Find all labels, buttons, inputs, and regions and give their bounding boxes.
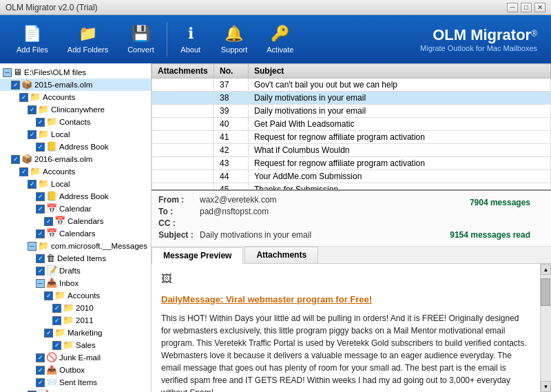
activate-button[interactable]: 🔑 Activate (257, 21, 303, 58)
tree-item[interactable]: ✓📅Calendars (0, 227, 151, 240)
tree-item[interactable]: ✓📁Marketing (0, 327, 151, 339)
tree-folder-icon: 📥 (46, 278, 57, 289)
tree-checkbox[interactable]: ─ (28, 242, 37, 251)
subject-value: Daily motivations in your email (200, 230, 450, 240)
tree-folder-icon: 📁 (46, 116, 57, 127)
tree-checkbox[interactable]: ✓ (36, 118, 45, 127)
convert-icon: 💾 (132, 25, 150, 43)
table-row[interactable]: 43Request for regnow affiliate program a… (152, 157, 551, 170)
table-row[interactable]: 40Get Paid With Leadsomatic (152, 118, 551, 131)
tree-checkbox[interactable]: ✓ (19, 93, 28, 102)
tree-item[interactable]: ─🖥E:\Files\OLM files (0, 66, 151, 79)
tree-item[interactable]: ✓📁Clinicanywhere (0, 103, 151, 116)
table-row[interactable]: 44Your AddMe.com Submission (152, 170, 551, 183)
title-bar-controls[interactable]: ─ □ ✕ (507, 3, 545, 12)
tree-item[interactable]: ✓📁Local (0, 128, 151, 141)
tree-item[interactable]: ✓📝Drafts (0, 265, 151, 277)
maximize-button[interactable]: □ (521, 3, 532, 12)
tree-checkbox[interactable]: ✓ (36, 254, 45, 263)
support-button[interactable]: 🔔 Support (211, 21, 258, 58)
tree-panel[interactable]: ─🖥E:\Files\OLM files✓📦2015-emails.olm✓📁A… (0, 63, 152, 392)
tree-checkbox[interactable]: ✓ (19, 167, 28, 176)
tree-item[interactable]: ✓📦2016-emails.olm (0, 153, 151, 165)
tree-checkbox[interactable]: ✓ (28, 105, 37, 114)
about-button[interactable]: ℹ About (170, 21, 211, 58)
tree-item[interactable]: ✓📝Notes (0, 389, 151, 392)
tree-item-label: Outbox (59, 364, 85, 375)
tree-item[interactable]: ✓📁Contacts (0, 116, 151, 128)
tree-folder-icon: 📅 (46, 228, 57, 239)
table-row[interactable]: 38Daily motivations in your email (152, 92, 551, 105)
subject-label: Subject : (158, 230, 200, 240)
tree-checkbox[interactable]: ✓ (36, 192, 45, 201)
scroll-thumb[interactable] (541, 278, 550, 306)
tab-message-preview[interactable]: Message Preview (152, 247, 243, 264)
email-list[interactable]: Attachments No. Subject 37Gov't can't ba… (152, 63, 551, 191)
tree-checkbox[interactable]: ✓ (36, 378, 45, 387)
tree-item[interactable]: ✓📅Calendar (0, 203, 151, 215)
email-tabs[interactable]: Message Preview Attachments (152, 247, 551, 264)
tree-item[interactable]: ✓📅Calendars (0, 215, 151, 227)
close-button[interactable]: ✕ (534, 3, 545, 12)
tree-checkbox[interactable]: ✓ (44, 329, 53, 338)
tree-item[interactable]: ✓📒Address Book (0, 141, 151, 153)
cell-attachments (152, 183, 214, 192)
email-body[interactable]: 🖼DailyMessage: Viral webmaster program f… (152, 264, 540, 392)
tree-checkbox[interactable]: ✓ (11, 81, 20, 90)
tree-item[interactable]: ─📥Inbox (0, 277, 151, 289)
tree-checkbox[interactable]: ✓ (36, 143, 45, 152)
tree-item[interactable]: ✓📁Sales (0, 339, 151, 351)
tree-checkbox[interactable]: ✓ (36, 205, 45, 214)
tree-checkbox[interactable]: ✓ (36, 267, 45, 276)
tree-item[interactable]: ✓📁Local (0, 178, 151, 190)
convert-button[interactable]: 💾 Convert (118, 21, 164, 58)
tree-checkbox[interactable]: ✓ (52, 316, 61, 325)
tree-checkbox[interactable]: ✓ (44, 217, 53, 226)
tree-item[interactable]: ✓📦2015-emails.olm (0, 79, 151, 91)
tree-folder-icon: 📝 (38, 389, 49, 392)
tree-checkbox[interactable]: ✓ (36, 366, 45, 375)
tree-checkbox[interactable]: ✓ (28, 180, 37, 189)
tree-checkbox[interactable]: ✓ (36, 353, 45, 362)
tree-checkbox[interactable]: ─ (36, 279, 45, 288)
table-row[interactable]: 41Request for regnow affiliate program a… (152, 131, 551, 144)
scroll-track[interactable] (541, 275, 551, 381)
tab-attachments[interactable]: Attachments (245, 247, 318, 263)
body-link[interactable]: DailyMessage: Viral webmaster program fo… (161, 293, 530, 307)
tree-checkbox[interactable]: ✓ (52, 341, 61, 350)
tree-item[interactable]: ✓📁Accounts (0, 165, 151, 178)
minimize-button[interactable]: ─ (507, 3, 518, 12)
tree-item[interactable]: ✓🚫Junk E-mail (0, 351, 151, 364)
tree-folder-icon: 📁 (54, 290, 65, 301)
table-row[interactable]: 39Daily motivations in your email (152, 105, 551, 118)
body-icon: 🖼 (161, 271, 530, 287)
table-row[interactable]: 45Thanks for Submission (152, 183, 551, 192)
right-scrollbar[interactable]: ▲ ▼ (540, 264, 551, 392)
tree-checkbox[interactable]: ✓ (11, 155, 20, 164)
scroll-down-button[interactable]: ▼ (541, 381, 551, 392)
table-row[interactable]: 37Gov't can't bail you out but we can he… (152, 79, 551, 92)
table-row[interactable]: 42What if Columbus Wouldn (152, 144, 551, 157)
cell-subject: Get Paid With Leadsomatic (249, 118, 551, 131)
tree-item[interactable]: ✓📒Address Book (0, 190, 151, 203)
col-no: No. (214, 64, 249, 79)
tree-checkbox[interactable]: ✓ (36, 229, 45, 238)
add-files-button[interactable]: 📄 Add Files (7, 21, 58, 58)
tree-item-label: Address Book (59, 141, 109, 152)
tree-item[interactable]: ✓📁Accounts (0, 91, 151, 103)
tree-checkbox[interactable]: ✓ (28, 130, 37, 139)
tree-item[interactable]: ✓📤Outbox (0, 364, 151, 376)
add-folders-button[interactable]: 📁 Add Folders (58, 21, 118, 58)
tree-item[interactable]: ✓📨Sent Items (0, 376, 151, 389)
tree-item[interactable]: ✓📁2011 (0, 314, 151, 327)
tree-item[interactable]: ✓🗑Deleted Items (0, 252, 151, 265)
tree-item[interactable]: ─📁com.microsoft.__Messages (0, 240, 151, 252)
add-files-icon: 📄 (23, 25, 41, 43)
scroll-up-button[interactable]: ▲ (541, 264, 551, 275)
tree-checkbox[interactable]: ✓ (44, 291, 53, 300)
from-value: wax2@veretekk.com (200, 195, 470, 205)
tree-checkbox[interactable]: ✓ (52, 304, 61, 313)
tree-item[interactable]: ✓📁Accounts (0, 289, 151, 302)
tree-checkbox[interactable]: ─ (3, 68, 12, 77)
tree-item[interactable]: ✓📁2010 (0, 302, 151, 314)
